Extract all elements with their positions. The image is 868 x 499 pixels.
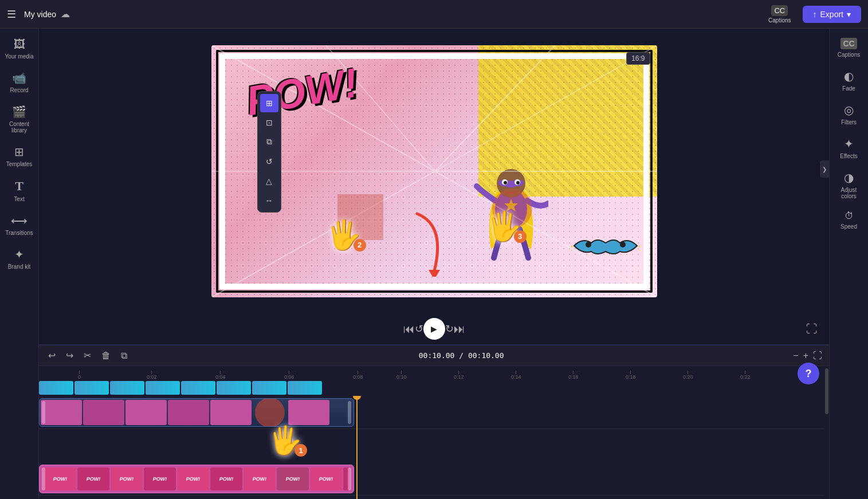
sticker-thumb	[74, 381, 109, 395]
sticker-thumb	[146, 381, 180, 395]
timeline-scrollbar[interactable]	[824, 366, 829, 499]
rotate-tool[interactable]: ↺	[260, 152, 278, 171]
track-content: POW! POW! POW! POW! POW! POW! POW! POW! …	[39, 396, 824, 499]
crop-tool[interactable]: ⊡	[260, 113, 278, 132]
sidebar-item-label: Filters	[841, 119, 857, 125]
export-button[interactable]: ↑ Export ▾	[803, 6, 861, 23]
help-button[interactable]: ?	[798, 363, 819, 384]
fit-timeline-button[interactable]: ⛶	[813, 351, 822, 361]
clip-handle-right[interactable]	[348, 401, 351, 424]
zoom-in-button[interactable]: +	[803, 351, 808, 361]
sidebar-item-filters[interactable]: ◎ Filters	[832, 99, 866, 130]
sidebar-item-your-media[interactable]: 🖼 Your media	[2, 33, 37, 64]
sticker-thumb	[288, 381, 322, 395]
sidebar-item-transitions[interactable]: ⟷ Transitions	[2, 209, 37, 241]
hand-cursor-timeline: 🖐 1	[268, 425, 303, 457]
track-clip-superhero[interactable]	[39, 398, 354, 427]
play-button[interactable]: ▶	[423, 318, 445, 340]
sticker-thumb	[110, 381, 144, 395]
track-thumb	[168, 400, 209, 425]
copy-button[interactable]: ⧉	[119, 349, 129, 362]
center-content: POW!	[39, 29, 829, 499]
sidebar-item-label: Speed	[840, 223, 857, 230]
sticker-thumb	[252, 381, 286, 395]
effects-icon: ✦	[844, 137, 854, 151]
select-tool[interactable]: ⊞	[260, 94, 278, 112]
scrollbar-thumb[interactable]	[825, 368, 828, 414]
panel-collapse-button[interactable]: ❯	[820, 160, 829, 178]
timeline-toolbar: ↩ ↪ ✂ 🗑 ⧉ 00:10.00 / 00:10.00 − + ⛶	[39, 345, 829, 366]
pow-thumb: POW!	[310, 467, 342, 490]
ruler-mark-14: 0:14	[511, 371, 521, 380]
ruler-mark-18: 0:18	[626, 371, 636, 380]
filters-icon: ◎	[844, 103, 854, 117]
clip-handle-right-2[interactable]	[348, 467, 351, 490]
transform-tool[interactable]: △	[260, 172, 278, 190]
export-arrow-icon: ↑	[813, 10, 817, 19]
delete-button[interactable]: 🗑	[99, 349, 113, 362]
undo-button[interactable]: ↩	[46, 349, 58, 362]
adjust-colors-icon: ◑	[844, 171, 854, 184]
pow-thumb: POW!	[144, 467, 176, 490]
ruler-marks: 0 0:02 0:04 0:06 0:08 0:10 0:12 0:14 0:1…	[78, 366, 824, 380]
sidebar-item-label: Fade	[842, 85, 855, 92]
pow-thumb: POW!	[210, 467, 242, 490]
captions-panel-icon: CC	[840, 38, 857, 49]
skip-forward-button[interactable]: ⏭	[454, 323, 465, 336]
sidebar-item-content-library[interactable]: 🎬 Content library	[2, 100, 37, 138]
captions-button[interactable]: CC Captions	[768, 5, 791, 23]
playback-bar: ⏮ ↺ ▶ ↻ ⏭ ⛶	[39, 313, 829, 344]
hand-cursor-2: 🖐 2	[326, 218, 362, 252]
sidebar-item-captions[interactable]: CC Captions	[832, 33, 866, 62]
expand-button[interactable]: ⛶	[806, 323, 818, 336]
track-row-1	[39, 396, 824, 429]
redo-button[interactable]: ↪	[64, 349, 76, 362]
sidebar-item-label: Effects	[840, 153, 857, 159]
preview-area: POW!	[39, 29, 829, 313]
sidebar-item-label: Captions	[838, 52, 860, 58]
topbar: ☰ My video ☁ CC Captions ↑ Export ▾	[0, 0, 868, 29]
sidebar-item-label: Content library	[5, 121, 34, 133]
skip-back-button[interactable]: ⏮	[403, 323, 415, 336]
sticker-strip	[39, 380, 824, 396]
track-row-2: POW! POW! POW! POW! POW! POW! POW! POW! …	[39, 462, 824, 496]
zoom-controls: − + ⛶	[793, 351, 822, 361]
sidebar-item-fade[interactable]: ◐ Fade	[832, 65, 866, 96]
ruler-mark-20: 0:20	[683, 371, 693, 380]
sidebar-item-label: Transitions	[5, 230, 33, 236]
sidebar-item-text[interactable]: T Text	[2, 174, 37, 207]
svg-point-15	[586, 242, 591, 247]
aspect-ratio-badge[interactable]: 16:9	[626, 52, 650, 65]
sidebar-item-effects[interactable]: ✦ Effects	[832, 132, 866, 164]
playhead[interactable]	[356, 396, 358, 499]
ruler-mark-8: 0:08	[353, 371, 363, 380]
sidebar-item-adjust-colors[interactable]: ◑ Adjust colors	[832, 166, 866, 204]
forward-button[interactable]: ↻	[445, 323, 454, 335]
duplicate-tool[interactable]: ⧉	[260, 133, 278, 151]
cloud-save-icon[interactable]: ☁	[61, 9, 70, 19]
ruler-mark-6: 0:06	[284, 371, 294, 380]
zoom-out-button[interactable]: −	[793, 351, 798, 361]
record-icon: 📹	[12, 71, 26, 85]
track-thumb	[210, 400, 252, 425]
sidebar-item-label: Record	[10, 87, 28, 93]
sidebar-item-templates[interactable]: ⊞ Templates	[2, 140, 37, 172]
sidebar-item-record[interactable]: 📹 Record	[2, 66, 37, 98]
sidebar-item-speed[interactable]: ⏱ Speed	[832, 206, 866, 234]
timeline-area: ↩ ↪ ✂ 🗑 ⧉ 00:10.00 / 00:10.00 − + ⛶	[39, 344, 829, 499]
track-thumb	[288, 400, 329, 425]
ruler-mark-16: 0:16	[568, 371, 579, 380]
sidebar-item-brand-kit[interactable]: ✦ Brand kit	[2, 243, 37, 274]
pow-thumb: POW!	[111, 467, 143, 490]
track-thumb	[83, 400, 124, 425]
video-preview[interactable]: POW!	[211, 45, 657, 297]
cut-button[interactable]: ✂	[81, 349, 93, 362]
ruler-mark-4: 0:04	[215, 371, 226, 380]
click-indicator-timeline	[255, 399, 285, 426]
hamburger-menu[interactable]: ☰	[7, 8, 16, 21]
timecode-display: 00:10.00 / 00:10.00	[419, 351, 504, 360]
rewind-button[interactable]: ↺	[415, 323, 423, 335]
track-clip-pow[interactable]: POW! POW! POW! POW! POW! POW! POW! POW! …	[39, 465, 354, 493]
flip-tool[interactable]: ↔	[260, 191, 278, 210]
clip-handle-left-2[interactable]	[42, 467, 45, 490]
